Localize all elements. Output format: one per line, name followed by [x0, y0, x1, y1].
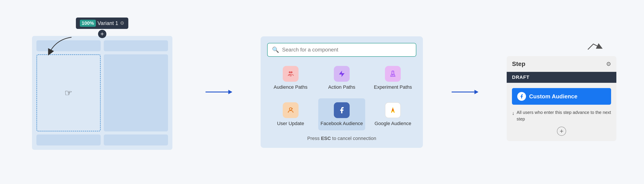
canvas-block-footer-left [36, 135, 101, 146]
checkmark-above-svg [586, 41, 603, 54]
variant-label: Variant 1 [98, 20, 118, 26]
svg-point-2 [392, 74, 393, 75]
step-title: Step [512, 60, 525, 67]
component-item-action-paths[interactable]: Action Paths [318, 62, 365, 94]
component-grid: Audience Paths Action Paths Experiment P… [267, 62, 416, 130]
component-item-user-update[interactable]: User Update [267, 98, 314, 130]
step-body: Custom Audience ↓ All users who enter th… [507, 83, 616, 141]
esc-key: ESC [321, 136, 331, 141]
step-header: Step ⚙ [507, 56, 616, 72]
step-draft-bar: DRAFT [507, 72, 616, 83]
custom-audience-button[interactable]: Custom Audience [512, 88, 611, 105]
facebook-audience-label: Facebook Audience [320, 121, 363, 126]
custom-audience-label: Custom Audience [529, 93, 577, 100]
component-item-google-audience[interactable]: Google Audience [370, 98, 416, 130]
step-panel: Step ⚙ DRAFT Custom Audience ↓ All users… [507, 56, 616, 141]
advance-arrow-icon: ↓ [512, 110, 514, 117]
experiment-paths-icon [385, 66, 401, 82]
component-item-audience-paths[interactable]: Audience Paths [267, 62, 314, 94]
svg-point-0 [289, 71, 291, 73]
step-gear-icon[interactable]: ⚙ [606, 61, 611, 67]
variant-add-button[interactable]: + [98, 30, 106, 38]
component-item-facebook-audience[interactable]: Facebook Audience [318, 98, 365, 130]
canvas-block-top-right [104, 40, 168, 51]
step-draft-label: DRAFT [512, 74, 530, 80]
variant-percent: 100% [80, 20, 96, 27]
component-picker: 🔍 Audience Paths Action Paths Experiment… [260, 36, 423, 148]
search-icon: 🔍 [272, 46, 279, 53]
google-audience-icon [385, 102, 401, 118]
canvas-block-footer-right [104, 135, 168, 146]
component-item-experiment-paths[interactable]: Experiment Paths [370, 62, 416, 94]
variant-badge: 100% Variant 1 ⚙ [76, 17, 128, 29]
google-audience-label: Google Audience [375, 121, 412, 126]
esc-hint-pre: Press [307, 136, 321, 141]
esc-hint-post: to cancel connection [331, 136, 376, 141]
curve-arrow [38, 35, 82, 61]
arrow-connector-2 [452, 92, 478, 92]
svg-point-3 [289, 108, 292, 110]
audience-paths-label: Audience Paths [274, 84, 308, 90]
advance-text: All users who enter this step advance to… [516, 109, 611, 122]
audience-paths-icon [283, 66, 298, 82]
facebook-icon-circle [517, 92, 526, 101]
step-panel-wrapper: Step ⚙ DRAFT Custom Audience ↓ All users… [507, 43, 616, 141]
arrow-connector-1 [206, 92, 232, 92]
canvas-block-right [104, 54, 168, 131]
action-paths-icon [334, 66, 350, 82]
esc-hint: Press ESC to cancel connection [267, 136, 416, 141]
canvas-section: 100% Variant 1 ⚙ + ☞ [28, 17, 177, 167]
action-paths-label: Action Paths [328, 84, 355, 90]
svg-point-1 [291, 71, 292, 73]
user-update-icon [283, 102, 298, 118]
search-bar[interactable]: 🔍 [267, 43, 416, 57]
cursor-icon: ☞ [64, 88, 72, 98]
user-update-label: User Update [277, 121, 304, 126]
canvas-drop-zone[interactable]: ☞ [36, 54, 101, 131]
facebook-audience-icon [334, 102, 350, 118]
arrow-line-1 [206, 92, 232, 92]
variant-gear-icon[interactable]: ⚙ [120, 20, 124, 26]
advance-text-container: ↓ All users who enter this step advance … [512, 109, 611, 122]
search-input[interactable] [282, 47, 412, 53]
arrow-line-2 [452, 92, 478, 92]
step-add-button[interactable]: + [557, 127, 566, 136]
experiment-paths-label: Experiment Paths [374, 84, 412, 90]
